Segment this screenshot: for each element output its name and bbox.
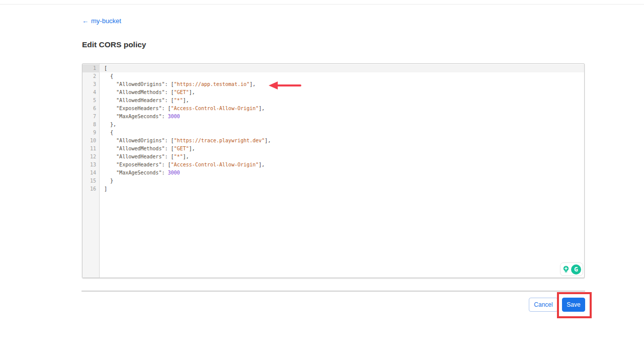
code-content: "MaxAgeSeconds": 3000 [100, 169, 180, 177]
back-link-label: my-bucket [91, 17, 121, 25]
code-line[interactable]: 7 "MaxAgeSeconds": 3000 [83, 113, 584, 121]
code-content: "ExposeHeaders": ["Access-Control-Allow-… [100, 105, 265, 113]
code-line[interactable]: 3 "AllowedOrigins": ["https://app.testom… [83, 80, 584, 88]
line-number: 15 [83, 177, 100, 185]
line-number: 7 [83, 113, 100, 121]
code-lines: 1[2 {3 "AllowedOrigins": ["https://app.t… [83, 64, 584, 193]
code-content: { [100, 129, 113, 137]
line-number: 14 [83, 169, 100, 177]
line-number: 1 [83, 64, 100, 72]
code-line[interactable]: 8 }, [83, 121, 584, 129]
code-line[interactable]: 1[ [83, 64, 584, 72]
line-number: 11 [83, 145, 100, 153]
grammarly-suggestion-bulb-icon[interactable] [562, 265, 570, 274]
code-line[interactable]: 4 "AllowedMethods": ["GET"], [83, 88, 584, 97]
code-content: "AllowedHeaders": ["*"], [100, 97, 189, 105]
code-line[interactable]: 15 } [83, 177, 584, 185]
line-number: 12 [83, 153, 100, 161]
line-number: 10 [83, 137, 100, 145]
code-line[interactable]: 14 "MaxAgeSeconds": 3000 [83, 169, 584, 177]
top-divider [0, 4, 644, 5]
code-content: "AllowedMethods": ["GET"], [100, 145, 195, 153]
code-line[interactable]: 5 "AllowedHeaders": ["*"], [83, 97, 584, 105]
grammarly-widget[interactable]: G [560, 262, 583, 276]
code-content: } [100, 177, 113, 185]
line-number: 8 [83, 121, 100, 129]
code-line[interactable]: 13 "ExposeHeaders": ["Access-Control-All… [83, 161, 584, 169]
code-content: { [100, 72, 113, 80]
code-line[interactable]: 16] [83, 185, 584, 193]
page-title: Edit CORS policy [82, 40, 146, 49]
cancel-button[interactable]: Cancel [529, 298, 558, 312]
cors-policy-editor[interactable]: 1[2 {3 "AllowedOrigins": ["https://app.t… [82, 63, 585, 278]
line-number: 3 [83, 80, 100, 88]
back-link[interactable]: ← my-bucket [82, 17, 121, 25]
code-content: "MaxAgeSeconds": 3000 [100, 113, 180, 121]
line-number: 5 [83, 97, 100, 105]
code-content: "ExposeHeaders": ["Access-Control-Allow-… [100, 161, 265, 169]
code-content: "AllowedHeaders": ["*"], [100, 153, 189, 161]
code-line[interactable]: 12 "AllowedHeaders": ["*"], [83, 153, 584, 161]
line-number: 16 [83, 185, 100, 193]
annotation-box [557, 292, 592, 318]
code-line[interactable]: 9 { [83, 129, 584, 137]
line-number: 2 [83, 72, 100, 80]
code-line[interactable]: 10 "AllowedOrigins": ["https://trace.pla… [83, 137, 584, 145]
code-content: "AllowedOrigins": ["https://trace.playwr… [100, 137, 271, 145]
back-arrow-icon: ← [82, 17, 89, 25]
line-number: 6 [83, 105, 100, 113]
footer-divider [82, 291, 585, 292]
line-number: 13 [83, 161, 100, 169]
code-line[interactable]: 11 "AllowedMethods": ["GET"], [83, 145, 584, 153]
code-content: "AllowedOrigins": ["https://app.testomat… [100, 80, 256, 88]
code-content: ] [100, 185, 107, 193]
line-number: 4 [83, 88, 100, 97]
code-line[interactable]: 2 { [83, 72, 584, 80]
annotation-arrow-icon [267, 80, 302, 91]
code-content: [ [100, 64, 107, 72]
code-content: "AllowedMethods": ["GET"], [100, 88, 195, 97]
grammarly-logo-icon[interactable]: G [571, 264, 581, 275]
line-number: 9 [83, 129, 100, 137]
code-line[interactable]: 6 "ExposeHeaders": ["Access-Control-Allo… [83, 105, 584, 113]
code-content: }, [100, 121, 116, 129]
